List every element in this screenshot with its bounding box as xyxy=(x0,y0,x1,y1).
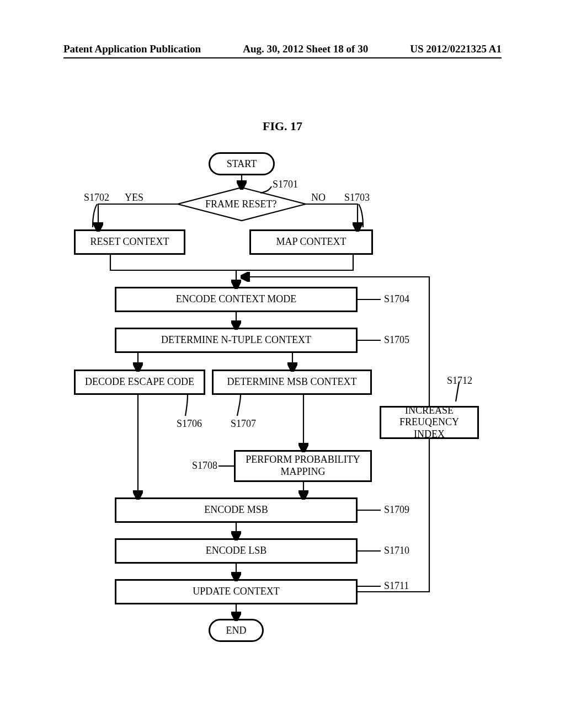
step-s1710: S1710 xyxy=(384,545,409,556)
node-determine-msb-context: DETERMINE MSB CONTEXT xyxy=(212,370,372,395)
node-update-context: UPDATE CONTEXT xyxy=(115,579,358,604)
node-decode-escape: DECODE ESCAPE CODE xyxy=(74,370,205,395)
node-end: END xyxy=(209,619,264,642)
page: Patent Application Publication Aug. 30, … xyxy=(0,0,565,728)
step-s1707: S1707 xyxy=(231,418,256,430)
node-encode-lsb: ENCODE LSB xyxy=(115,538,358,564)
node-determine-ntuple: DETERMINE N-TUPLE CONTEXT xyxy=(115,328,358,353)
step-s1703: S1703 xyxy=(344,192,370,204)
step-s1702: S1702 xyxy=(84,192,109,204)
label-no: NO xyxy=(311,192,326,204)
step-s1706: S1706 xyxy=(177,418,202,430)
node-decision-label: FRAME RESET? xyxy=(205,199,277,210)
header-center: Aug. 30, 2012 Sheet 18 of 30 xyxy=(243,43,368,55)
step-s1705: S1705 xyxy=(384,334,409,346)
step-s1709: S1709 xyxy=(384,504,409,516)
figure-title: FIG. 17 xyxy=(0,119,565,133)
node-start: START xyxy=(209,152,275,175)
node-perform-prob-mapping: PERFORM PROBABILITY MAPPING xyxy=(234,450,372,482)
step-s1701: S1701 xyxy=(273,179,298,190)
page-header: Patent Application Publication Aug. 30, … xyxy=(0,43,565,55)
node-reset-context: RESET CONTEXT xyxy=(74,229,185,255)
node-encode-context-mode: ENCODE CONTEXT MODE xyxy=(115,287,358,312)
flow-connectors xyxy=(0,0,565,728)
step-s1711: S1711 xyxy=(384,580,409,592)
node-encode-msb: ENCODE MSB xyxy=(115,497,358,523)
header-left: Patent Application Publication xyxy=(63,43,201,55)
step-s1704: S1704 xyxy=(384,293,409,305)
node-increase-freq: INCREASE FREUQENCY INDEX xyxy=(380,406,479,439)
header-rule xyxy=(63,57,502,58)
step-s1712: S1712 xyxy=(447,375,472,387)
header-right: US 2012/0221325 A1 xyxy=(410,43,502,55)
node-map-context: MAP CONTEXT xyxy=(249,229,373,255)
label-yes: YES xyxy=(125,192,143,204)
step-s1708: S1708 xyxy=(192,460,217,472)
